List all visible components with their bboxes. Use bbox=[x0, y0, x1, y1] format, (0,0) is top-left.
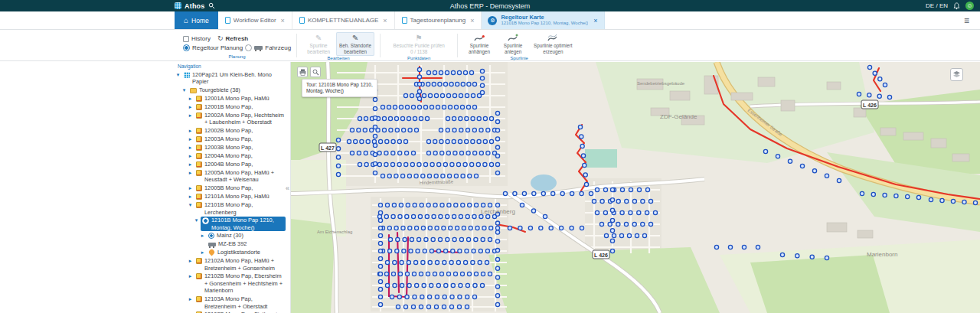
stop-marker[interactable] bbox=[610, 249, 614, 253]
stop-marker[interactable] bbox=[624, 222, 628, 226]
stop-marker[interactable] bbox=[443, 295, 446, 298]
stop-marker[interactable] bbox=[599, 222, 603, 226]
stop-marker[interactable] bbox=[600, 199, 604, 203]
stop-marker[interactable] bbox=[459, 214, 462, 218]
stop-marker[interactable] bbox=[440, 203, 444, 207]
stop-marker[interactable] bbox=[385, 203, 389, 207]
stop-marker[interactable] bbox=[508, 226, 511, 230]
regeltour-planung-radio[interactable] bbox=[183, 44, 190, 51]
stop-marker[interactable] bbox=[417, 162, 421, 166]
stop-marker[interactable] bbox=[467, 272, 471, 276]
stop-marker[interactable] bbox=[388, 116, 392, 120]
stop-marker[interactable] bbox=[465, 249, 469, 253]
stop-marker[interactable] bbox=[456, 162, 460, 166]
stop-marker[interactable] bbox=[415, 283, 419, 287]
stop-marker[interactable] bbox=[378, 272, 382, 276]
stop-marker[interactable] bbox=[396, 237, 400, 241]
stop-marker[interactable] bbox=[482, 203, 485, 207]
stop-marker[interactable] bbox=[810, 255, 814, 259]
close-icon[interactable]: × bbox=[470, 17, 474, 24]
stop-marker[interactable] bbox=[366, 139, 370, 143]
stop-marker[interactable] bbox=[403, 305, 407, 308]
stop-marker[interactable] bbox=[385, 260, 389, 264]
stop-marker[interactable] bbox=[381, 105, 384, 109]
stop-marker[interactable] bbox=[466, 295, 469, 298]
tree-item[interactable]: MZ-EB 392 bbox=[175, 240, 286, 249]
stop-marker[interactable] bbox=[603, 210, 607, 214]
chevron-right-icon[interactable]: ▸ bbox=[200, 249, 205, 256]
stop-marker[interactable] bbox=[364, 151, 368, 155]
stop-marker[interactable] bbox=[479, 214, 483, 218]
stop-marker[interactable] bbox=[452, 237, 456, 241]
stop-marker[interactable] bbox=[378, 226, 382, 230]
stop-marker[interactable] bbox=[354, 139, 358, 143]
chevron-right-icon[interactable]: ▸ bbox=[188, 169, 193, 177]
stop-marker[interactable] bbox=[415, 226, 419, 230]
stop-marker[interactable] bbox=[350, 128, 354, 132]
stop-marker[interactable] bbox=[422, 93, 426, 97]
stop-marker[interactable] bbox=[407, 283, 411, 287]
stop-marker[interactable] bbox=[433, 70, 436, 74]
stop-marker[interactable] bbox=[443, 162, 447, 166]
stop-marker[interactable] bbox=[468, 174, 472, 178]
stop-marker[interactable] bbox=[373, 125, 377, 129]
stop-marker[interactable] bbox=[940, 198, 944, 202]
stop-marker[interactable] bbox=[394, 226, 398, 230]
stop-marker[interactable] bbox=[616, 222, 620, 226]
stop-marker[interactable] bbox=[438, 82, 442, 86]
stop-marker[interactable] bbox=[430, 249, 433, 253]
stop-marker[interactable] bbox=[427, 174, 431, 178]
stop-marker[interactable] bbox=[610, 187, 614, 191]
stop-marker[interactable] bbox=[454, 174, 458, 178]
tree-item[interactable]: ▸12002B Mono Pap, bbox=[175, 126, 286, 135]
stop-marker[interactable] bbox=[435, 295, 439, 298]
stop-marker[interactable] bbox=[714, 245, 718, 249]
stop-marker[interactable] bbox=[459, 128, 463, 132]
stop-marker[interactable] bbox=[392, 203, 396, 207]
stop-marker[interactable] bbox=[414, 174, 418, 178]
stop-marker[interactable] bbox=[363, 128, 367, 132]
stop-marker[interactable] bbox=[449, 226, 452, 230]
stop-marker[interactable] bbox=[603, 187, 607, 191]
stop-marker[interactable] bbox=[471, 116, 475, 120]
stop-marker[interactable] bbox=[424, 237, 428, 241]
stop-marker[interactable] bbox=[373, 134, 377, 138]
stop-marker[interactable] bbox=[413, 295, 416, 298]
stop-marker[interactable] bbox=[452, 116, 456, 120]
spurline-bearbeiten-button[interactable]: ✎ Spurline bearbeiten bbox=[302, 32, 335, 56]
stop-marker[interactable] bbox=[616, 199, 620, 203]
stop-marker[interactable] bbox=[446, 272, 450, 276]
stop-marker[interactable] bbox=[390, 162, 394, 166]
stop-marker[interactable] bbox=[532, 191, 536, 195]
stop-marker[interactable] bbox=[460, 105, 464, 109]
stop-marker[interactable] bbox=[560, 191, 564, 195]
stop-marker[interactable] bbox=[461, 82, 465, 86]
stop-marker[interactable] bbox=[448, 105, 452, 109]
stop-marker[interactable] bbox=[378, 233, 382, 237]
stop-marker[interactable] bbox=[407, 260, 410, 264]
chevron-right-icon[interactable]: ▸ bbox=[188, 184, 193, 192]
chevron-right-icon[interactable]: ▸ bbox=[188, 193, 193, 201]
chevron-right-icon[interactable]: ▸ bbox=[188, 103, 193, 111]
stop-marker[interactable] bbox=[495, 162, 499, 166]
stop-marker[interactable] bbox=[466, 151, 470, 155]
stop-marker[interactable] bbox=[480, 69, 484, 73]
stop-marker[interactable] bbox=[648, 222, 652, 226]
stop-marker[interactable] bbox=[541, 191, 545, 195]
stop-marker[interactable] bbox=[495, 266, 499, 270]
stop-marker[interactable] bbox=[466, 105, 470, 109]
stop-marker[interactable] bbox=[495, 120, 499, 124]
stop-marker[interactable] bbox=[430, 283, 433, 287]
stop-marker[interactable] bbox=[436, 283, 440, 287]
stop-marker[interactable] bbox=[887, 95, 891, 99]
stop-marker[interactable] bbox=[479, 151, 483, 155]
stop-marker[interactable] bbox=[454, 105, 458, 109]
stop-marker[interactable] bbox=[456, 260, 460, 264]
stop-marker[interactable] bbox=[474, 174, 478, 178]
stop-marker[interactable] bbox=[430, 162, 434, 166]
stop-marker[interactable] bbox=[413, 203, 416, 207]
chevron-right-icon[interactable]: ▸ bbox=[188, 161, 193, 168]
stop-marker[interactable] bbox=[472, 82, 476, 86]
stop-marker[interactable] bbox=[457, 70, 461, 74]
stop-marker[interactable] bbox=[543, 214, 547, 218]
